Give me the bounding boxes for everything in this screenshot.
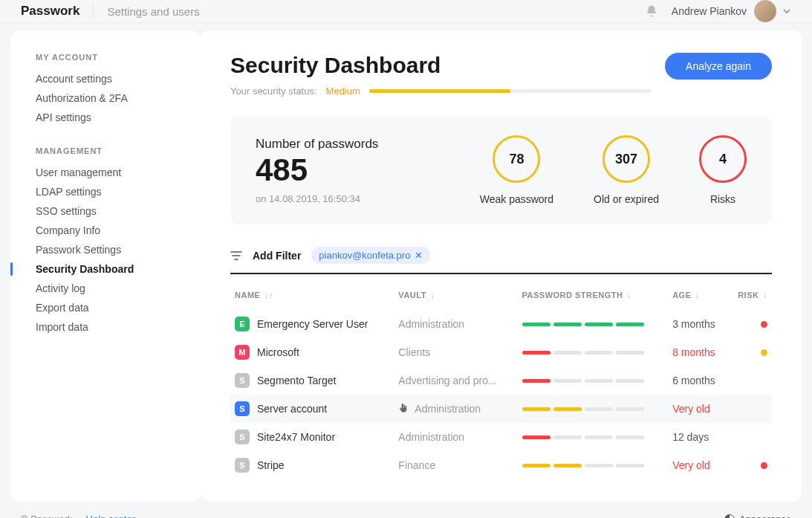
- filter-icon[interactable]: [230, 251, 242, 260]
- table-row[interactable]: MMicrosoftClients8 months: [230, 338, 772, 366]
- item-age: 3 months: [672, 318, 715, 330]
- item-vault: Advertising and pro...: [398, 375, 496, 386]
- pointer-cursor-icon: [398, 403, 410, 415]
- column-header-name[interactable]: NAME ↓↑: [230, 285, 394, 310]
- item-age: 12 days: [672, 431, 709, 443]
- risk-dot: [761, 462, 767, 469]
- filter-chip-label: piankov@konfeta.pro: [319, 250, 410, 261]
- sidebar-group-title: MANAGEMENT: [10, 146, 201, 163]
- item-vault: Administration: [398, 318, 464, 330]
- appearance-toggle[interactable]: Appearance: [724, 514, 791, 518]
- sidebar-item-passwork-settings[interactable]: Passwork Settings: [10, 240, 201, 259]
- stat-ring-value: 78: [493, 135, 540, 183]
- bell-icon[interactable]: [645, 4, 658, 18]
- item-badge: S: [235, 430, 250, 444]
- close-icon[interactable]: ✕: [415, 250, 423, 261]
- item-name: Server account: [257, 403, 327, 415]
- sidebar-item-account-settings[interactable]: Account settings: [10, 69, 201, 88]
- sidebar-group-title: MY ACCOUNT: [10, 53, 201, 69]
- strength-meter: [522, 407, 664, 411]
- item-name: Segmento Target: [257, 375, 336, 386]
- sidebar-item-import-data[interactable]: Import data: [10, 317, 201, 337]
- item-vault: Finance: [398, 459, 435, 471]
- username-label[interactable]: Andrew Piankov: [672, 5, 747, 17]
- footer-copyright: © Passwork: [21, 514, 73, 518]
- item-badge: E: [235, 317, 250, 331]
- sidebar-item-api-settings[interactable]: API settings: [10, 108, 201, 127]
- status-label: Your security status:: [230, 85, 317, 97]
- item-vault: Administration: [398, 431, 464, 443]
- stat-ring-label: Old or expired: [594, 193, 659, 205]
- help-center-link[interactable]: Help center: [86, 514, 135, 518]
- stat-ring-old-or-expired[interactable]: 307Old or expired: [594, 135, 659, 205]
- appearance-label: Appearance: [739, 514, 791, 518]
- breadcrumb[interactable]: Settings and users: [107, 5, 199, 18]
- item-badge: S: [235, 401, 250, 416]
- stats-panel: Number of passwords 485 on 14.08.2019, 1…: [230, 116, 772, 224]
- risk-dot: [761, 321, 767, 328]
- status-value: Medium: [326, 85, 360, 97]
- column-header-risk[interactable]: RISK ↓: [727, 285, 772, 310]
- table-row[interactable]: EEmergency Server UserAdministration3 mo…: [230, 310, 772, 338]
- column-header-age[interactable]: AGE ↓: [668, 285, 727, 310]
- item-age: Very old: [672, 459, 710, 471]
- sidebar-item-sso-settings[interactable]: SSO settings: [10, 201, 201, 221]
- filter-bar: Add Filter piankov@konfeta.pro✕: [230, 247, 772, 274]
- table-row[interactable]: SSite24x7 MonitorAdministration12 days: [230, 423, 772, 451]
- stat-main-timestamp: on 14.08.2019, 16:50:34: [256, 193, 450, 204]
- stat-ring-value: 307: [602, 135, 650, 183]
- item-badge: S: [235, 458, 250, 473]
- column-header-vault[interactable]: VAULT ↓: [394, 285, 517, 310]
- item-badge: M: [235, 345, 250, 360]
- sidebar-item-user-management[interactable]: User management: [10, 163, 201, 182]
- strength-meter: [522, 379, 664, 383]
- column-header-password-strength[interactable]: PASSWORD STRENGTH ↓: [518, 285, 669, 310]
- sidebar-item-export-data[interactable]: Export data: [10, 298, 201, 317]
- breadcrumb-separator: [93, 4, 94, 19]
- item-badge: S: [235, 373, 250, 388]
- main-panel: Security Dashboard Analyze again Your se…: [201, 30, 802, 502]
- table-row[interactable]: SStripeFinanceVery old: [230, 451, 772, 479]
- avatar[interactable]: [754, 0, 776, 22]
- strength-meter: [522, 464, 664, 467]
- risk-dot: [761, 349, 767, 356]
- stat-main-value: 485: [256, 155, 450, 186]
- sidebar-item-security-dashboard[interactable]: Security Dashboard: [10, 259, 201, 279]
- table-row[interactable]: SServer accountAdministrationVery old: [230, 395, 772, 423]
- item-age: 6 months: [672, 375, 715, 386]
- strength-meter: [522, 351, 664, 354]
- app-header: Passwork Settings and users Andrew Piank…: [0, 0, 812, 23]
- item-name: Site24x7 Monitor: [257, 431, 335, 443]
- item-name: Microsoft: [257, 346, 299, 358]
- item-name: Stripe: [257, 459, 285, 471]
- item-name: Emergency Server User: [257, 318, 368, 330]
- sidebar-item-ldap-settings[interactable]: LDAP settings: [10, 182, 201, 201]
- item-age: 8 months: [672, 346, 715, 358]
- footer: © Passwork Help center Appearance: [0, 502, 812, 518]
- strength-meter: [522, 323, 664, 326]
- brand-logo[interactable]: Passwork: [21, 4, 79, 19]
- stat-ring-label: Risks: [710, 193, 735, 205]
- sidebar-item-authorization-2fa[interactable]: Authorization & 2FA: [10, 88, 201, 108]
- sidebar-item-company-info[interactable]: Company Info: [10, 221, 201, 240]
- item-vault: Clients: [398, 346, 430, 358]
- stat-ring-label: Weak password: [480, 193, 553, 205]
- half-circle-icon: [724, 514, 735, 519]
- filter-chip[interactable]: piankov@konfeta.pro✕: [311, 247, 430, 264]
- stat-ring-risks[interactable]: 4Risks: [699, 135, 747, 205]
- item-vault: Administration: [415, 403, 481, 415]
- sidebar-item-activity-log[interactable]: Activity log: [10, 279, 201, 298]
- sidebar: MY ACCOUNTAccount settingsAuthorization …: [10, 30, 201, 502]
- strength-meter: [522, 436, 664, 439]
- page-title: Security Dashboard: [230, 53, 441, 78]
- stat-main-label: Number of passwords: [256, 137, 450, 152]
- analyze-again-button[interactable]: Analyze again: [665, 53, 772, 80]
- add-filter-button[interactable]: Add Filter: [253, 250, 301, 262]
- item-age: Very old: [672, 403, 710, 415]
- password-table: NAME ↓↑VAULT ↓PASSWORD STRENGTH ↓AGE ↓RI…: [230, 285, 772, 479]
- stat-ring-value: 4: [699, 135, 747, 183]
- table-row[interactable]: SSegmento TargetAdvertising and pro...6 …: [230, 366, 772, 395]
- chevron-down-icon[interactable]: [782, 7, 791, 16]
- stat-ring-weak-password[interactable]: 78Weak password: [480, 135, 553, 205]
- status-progress: [369, 89, 652, 93]
